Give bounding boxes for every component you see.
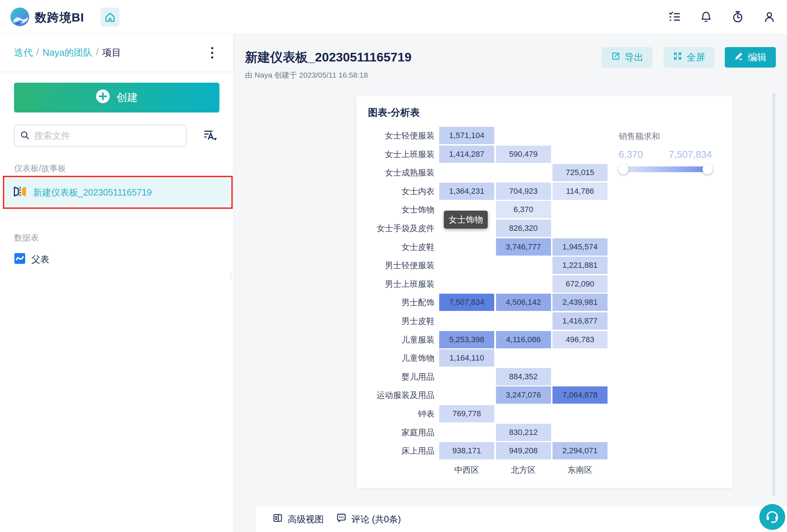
breadcrumb-item-project: 项目 [102,46,121,59]
advanced-view-icon [273,513,283,525]
heatmap-cell[interactable]: 3,247,076 [496,386,551,404]
export-button[interactable]: 导出 [602,47,652,68]
heatmap-column-label: 北方区 [496,464,551,476]
heatmap-cell[interactable]: 672,090 [552,275,608,293]
plus-circle-icon [96,89,110,106]
chart-title: 图表-分析表 [368,106,420,119]
export-button-label: 导出 [625,51,643,64]
home-button[interactable] [100,8,119,27]
heatmap-row-label: 男士皮鞋 [356,312,435,330]
search-input[interactable] [34,130,171,141]
breadcrumb-item-team[interactable]: Naya的团队 [42,46,92,59]
heatmap-cell[interactable]: 826,320 [496,220,551,237]
heatmap-cell[interactable]: 4,116,086 [496,331,551,348]
heatmap-row-label: 儿童服装 [356,331,435,348]
heatmap-cell[interactable]: 496,783 [552,331,608,348]
legend-label: 销售额求和 [619,131,712,142]
edit-button-label: 编辑 [748,51,766,64]
heatmap-cell[interactable]: 725,015 [552,164,608,181]
data-table-icon [14,253,26,266]
page-title: 新建仪表板_20230511165719 [245,49,411,66]
breadcrumb-separator: / [36,46,39,59]
fullscreen-button[interactable]: 全屏 [664,47,714,68]
top-bar: 数跨境BI [0,0,787,34]
breadcrumb: 迭代 / Naya的团队 / 项目 [14,46,121,59]
breadcrumb-separator: / [96,46,99,59]
heatmap-row-label: 女士皮鞋 [356,238,435,256]
heatmap-row-label: 运动服装及用品 [356,386,435,404]
legend-min-handle[interactable] [618,164,628,174]
heatmap-cell[interactable]: 5,253,398 [439,331,494,348]
heatmap-cell[interactable]: 769,778 [439,405,494,422]
heatmap-column-label: 中西区 [439,464,494,476]
search-icon [20,130,30,142]
heatmap-cell[interactable]: 938,171 [439,442,494,459]
sidebar-resize-handle[interactable]: ⋮ [227,274,235,278]
task-list-icon[interactable] [668,10,681,24]
heatmap-row-label: 女士饰物 [356,201,435,218]
breadcrumb-bar: 迭代 / Naya的团队 / 项目 [0,34,233,72]
page-subtitle: 由 Naya 创建于 2023/05/11 16:58:18 [245,70,368,80]
heatmap-cell[interactable]: 7,064,878 [552,386,608,404]
heatmap-cell[interactable]: 4,506,142 [496,294,551,311]
breadcrumb-item-iteration[interactable]: 迭代 [14,46,33,59]
heatmap-cell[interactable]: 1,416,877 [552,312,608,330]
heatmap-cell[interactable]: 884,352 [496,368,551,385]
heatmap-row-label: 床上用品 [356,442,435,459]
legend-gradient-track [622,166,709,172]
support-chat-button[interactable] [758,502,787,532]
heatmap-cell[interactable]: 1,221,881 [552,257,608,274]
heatmap-cell[interactable]: 1,364,231 [439,183,494,200]
heatmap-cell[interactable]: 114,786 [552,183,608,200]
legend-max-handle[interactable] [702,164,713,174]
heatmap-cell[interactable]: 1,414,287 [439,146,494,163]
bell-icon[interactable] [699,10,713,24]
heatmap-row-label: 女士手袋及皮件 [356,220,435,237]
export-icon [611,51,620,63]
heatmap-cell[interactable]: 1,571,104 [439,127,494,144]
dashboard-icon [13,185,27,199]
heatmap-cell[interactable]: 2,294,071 [552,442,608,459]
vertical-scrollbar[interactable] [772,93,775,496]
sidebar-item-dashboard[interactable]: 新建仪表板_20230511165719 [5,178,230,206]
sort-icon[interactable] [201,127,220,145]
sidebar-item-label: 新建仪表板_20230511165719 [33,187,152,198]
heatmap-cell[interactable]: 830,212 [496,424,551,441]
heatmap-cell[interactable]: 1,945,574 [552,238,608,256]
headset-icon [765,509,780,525]
legend-max-value: 7,507,834 [669,149,712,160]
legend-min-value: 6,370 [619,149,643,160]
heatmap-row-label: 婴儿用品 [356,368,435,385]
comments-button[interactable]: 评论 (共0条) [336,506,401,532]
heatmap-row-label: 男士轻便服装 [356,257,435,274]
heatmap-row-label: 女士轻便服装 [356,127,435,144]
boards-section-label: 仪表板/故事板 [14,163,66,174]
advanced-view-button[interactable]: 高级视图 [273,506,324,532]
user-icon[interactable] [763,10,776,24]
heatmap-row-label: 女士上班服装 [356,146,435,163]
sidebar-item-parent-table[interactable]: 父表 [14,253,49,266]
advanced-view-label: 高级视图 [288,513,324,525]
heatmap-cell[interactable]: 7,507,834 [439,294,494,311]
heatmap-cell[interactable]: 1,164,110 [439,349,494,367]
heatmap-row-label: 男士上班服装 [356,275,435,293]
fullscreen-button-label: 全屏 [687,51,705,64]
edit-button[interactable]: 编辑 [725,47,776,68]
heatmap-cell[interactable]: 6,370 [496,201,551,218]
legend: 销售额求和 6,370 7,507,834 [619,131,712,172]
brand-logo-icon [10,7,30,28]
fullscreen-icon [673,51,682,63]
heatmap-cell[interactable]: 590,479 [496,146,551,163]
sidebar-item-label: 父表 [31,253,49,265]
brand: 数跨境BI [10,7,84,28]
comment-icon [336,513,346,525]
search-box [14,125,187,147]
heatmap-cell[interactable]: 949,208 [496,442,551,459]
heatmap-cell[interactable]: 2,439,981 [552,294,608,311]
heatmap-cell[interactable]: 3,746,777 [496,238,551,256]
heatmap-row-label: 女士内衣 [356,183,435,200]
heatmap-cell[interactable]: 704,923 [496,183,551,200]
timer-icon[interactable] [731,10,745,24]
create-button[interactable]: 创建 [14,83,219,113]
more-options-icon[interactable] [205,45,219,61]
